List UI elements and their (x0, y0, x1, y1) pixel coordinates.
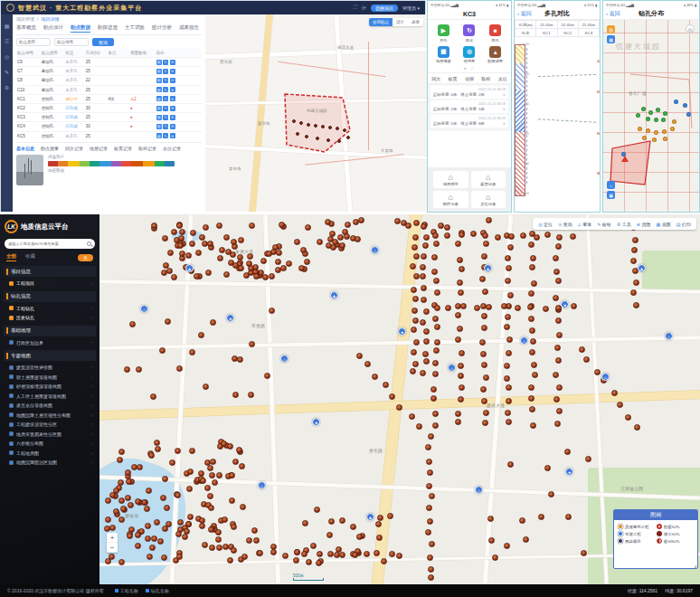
borehole-dot[interactable] (570, 233, 576, 240)
borehole-dot[interactable] (482, 420, 488, 426)
borehole-column[interactable] (515, 44, 525, 196)
borehole-dot[interactable] (427, 469, 433, 476)
borehole-dot[interactable] (128, 526, 135, 533)
favorite-star-icon[interactable]: ☆ (90, 315, 94, 320)
tab[interactable]: 成果报告 (179, 24, 199, 33)
borehole-dot[interactable] (207, 465, 213, 471)
keyword-filter-input[interactable] (54, 38, 89, 46)
action-icon[interactable]: ▲ (489, 46, 501, 58)
borehole-dot[interactable] (554, 345, 561, 351)
borehole-dot[interactable] (337, 234, 344, 241)
borehole-dot[interactable] (232, 459, 239, 465)
edit-button[interactable]: ✎ (163, 60, 168, 65)
section-header[interactable]: 基础地理 (4, 326, 96, 336)
action-icon[interactable]: ↻ (463, 24, 475, 36)
type-filter-input[interactable] (16, 38, 51, 46)
borehole-dot[interactable] (253, 273, 260, 280)
borehole-dot[interactable] (165, 318, 171, 325)
favorite-star-icon[interactable]: ☆ (90, 306, 94, 311)
sidebar-tab[interactable]: 收藏 (25, 253, 35, 261)
warning-triangle-marker[interactable] (621, 156, 629, 162)
favorite-star-icon[interactable]: ☆ (90, 431, 94, 437)
borehole-dot[interactable] (154, 519, 160, 526)
layer-item[interactable]: 承压水位等值线图 ☆ (0, 401, 99, 411)
borehole-dot[interactable] (232, 355, 238, 362)
borehole-dot[interactable] (556, 384, 563, 391)
detail-tab[interactable]: 取样记录 (138, 146, 156, 151)
borehole-dot[interactable] (314, 124, 317, 128)
borehole-dot[interactable] (162, 476, 168, 482)
borehole-dot[interactable] (262, 274, 269, 280)
borehole-dot[interactable] (423, 328, 430, 335)
view-button[interactable]: ▤ (156, 69, 162, 74)
borehole-dot[interactable] (519, 517, 525, 524)
borehole-dot[interactable] (434, 289, 440, 296)
borehole-dot[interactable] (372, 374, 378, 380)
switch-project-button[interactable]: 切换项目 (371, 5, 398, 12)
section-header[interactable]: 专题地图 (4, 350, 96, 361)
borehole-dot[interactable] (428, 433, 434, 440)
borehole-dot[interactable] (432, 411, 439, 417)
borehole-dot[interactable] (237, 356, 243, 363)
borehole-dot[interactable] (631, 247, 638, 253)
borehole-dot[interactable] (470, 231, 477, 237)
edit-button[interactable]: ✎ (163, 124, 168, 129)
borehole-dot[interactable] (212, 479, 218, 486)
delete-button[interactable]: ✕ (170, 60, 175, 65)
borehole-dot[interactable] (248, 392, 254, 398)
edit-button[interactable]: ✎ (163, 69, 168, 74)
borehole-dot[interactable] (186, 486, 193, 492)
project-marker[interactable]: ⌂ (371, 246, 379, 254)
borehole-dot[interactable] (286, 261, 292, 267)
borehole-dot[interactable] (166, 521, 172, 527)
borehole-dot[interactable] (176, 365, 183, 372)
borehole-dot[interactable] (120, 506, 127, 512)
borehole-dot[interactable] (642, 136, 647, 140)
borehole-dot[interactable] (231, 547, 237, 554)
borehole-dot[interactable] (412, 234, 419, 241)
borehole-dot[interactable] (328, 126, 332, 129)
table-row[interactable]: KC5 控制孔 未开孔 25 ▤ ✎ ✕ (16, 131, 202, 140)
layer-checkbox[interactable] (9, 441, 14, 446)
borehole-dot[interactable] (544, 465, 551, 471)
borehole-dot[interactable] (455, 336, 461, 343)
project-map[interactable]: 西北湖建设大道新华路统建天城园青年路常青路 全部勘点设计进度 (205, 14, 427, 212)
borehole-dot[interactable] (198, 332, 204, 338)
borehole-dot[interactable] (137, 464, 143, 470)
borehole-dot[interactable] (118, 516, 125, 523)
project-marker[interactable]: ● (398, 327, 406, 336)
table-row[interactable]: KC3 控制孔 已完成 25 ● ▤ ✎ ✕ (16, 113, 202, 122)
record-tab[interactable]: 取样 (481, 76, 490, 81)
layer-checkbox[interactable] (9, 365, 14, 370)
layer-checkbox[interactable] (9, 403, 14, 408)
borehole-dot[interactable] (670, 127, 675, 131)
borehole-dot[interactable] (411, 308, 418, 314)
borehole-dot[interactable] (216, 472, 222, 479)
borehole-dot[interactable] (529, 264, 535, 270)
borehole-dot[interactable] (189, 448, 195, 454)
favorite-star-icon[interactable]: ☆ (90, 393, 94, 399)
borehole-dot[interactable] (178, 235, 184, 242)
borehole-dot[interactable] (638, 127, 642, 131)
chevron-down-icon[interactable]: ∨ (503, 121, 506, 126)
project-marker[interactable]: ● (312, 418, 320, 426)
borehole-dot[interactable] (429, 493, 435, 499)
borehole-dot[interactable] (275, 259, 281, 265)
record-tab[interactable]: 标贯 (449, 76, 458, 81)
borehole-dot[interactable] (321, 125, 325, 128)
list-button[interactable]: ▣ (607, 191, 615, 199)
borehole-dot[interactable] (146, 488, 152, 494)
borehole-dot[interactable] (317, 239, 323, 245)
borehole-dot[interactable] (495, 234, 501, 241)
edit-button[interactable]: ✎ (163, 78, 168, 83)
toolbar-item[interactable]: ▦ 底图 (657, 222, 671, 227)
borehole-dot[interactable] (528, 242, 534, 248)
borehole-dot[interactable] (505, 278, 511, 284)
borehole-dot[interactable] (423, 308, 430, 315)
borehole-dot[interactable] (410, 263, 416, 270)
borehole-dot[interactable] (410, 368, 416, 374)
edit-button[interactable]: ✎ (163, 133, 168, 138)
borehole-dot[interactable] (632, 237, 639, 243)
borehole-dot[interactable] (663, 137, 667, 141)
fullscreen-icon[interactable]: ⛶ (354, 5, 357, 11)
